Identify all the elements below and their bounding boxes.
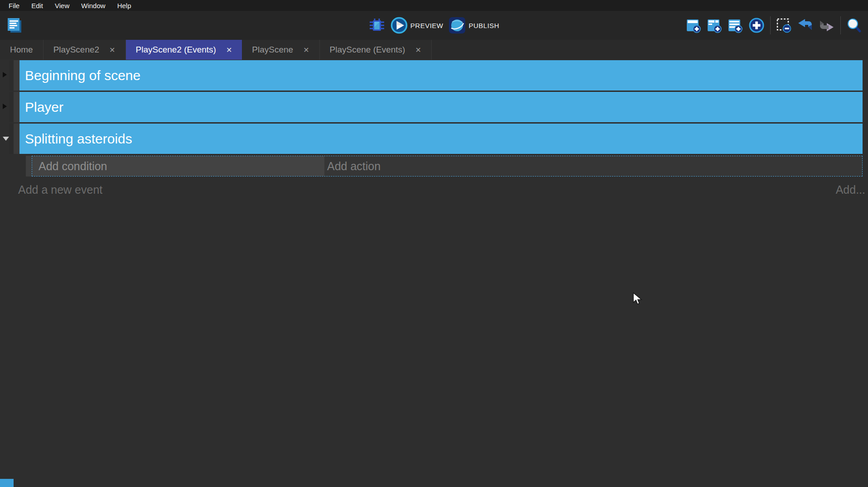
- add-comment-icon[interactable]: [728, 18, 743, 33]
- menu-file[interactable]: File: [3, 2, 25, 10]
- comment-text: Beginning of scene: [25, 68, 140, 83]
- add-subevent-icon[interactable]: [707, 18, 722, 33]
- project-manager-icon[interactable]: [5, 16, 24, 34]
- main-toolbar: PREVIEW PUBLISH: [0, 11, 868, 40]
- events-sheet: Beginning of scene Player Splitting aste…: [0, 60, 868, 196]
- globe-icon: [448, 17, 466, 34]
- editor-tab-bar: Home PlayScene2 ✕ PlayScene2 (Events) ✕ …: [0, 40, 868, 60]
- debug-icon[interactable]: [369, 17, 385, 33]
- menu-bar: File Edit View Window Help: [0, 0, 868, 11]
- preview-button[interactable]: PREVIEW: [391, 17, 444, 34]
- menu-view[interactable]: View: [49, 2, 75, 10]
- add-condition-label: Add condition: [39, 160, 107, 173]
- event-drag-handle[interactable]: [14, 92, 19, 122]
- tab-home[interactable]: Home: [0, 40, 43, 60]
- tab-bar-filler: [432, 40, 868, 60]
- bottom-left-panel-edge: [0, 479, 14, 487]
- close-icon[interactable]: ✕: [226, 46, 232, 54]
- chevron-down-icon[interactable]: [3, 137, 9, 141]
- chevron-right-icon[interactable]: [3, 72, 7, 77]
- comment-event[interactable]: Beginning of scene: [19, 60, 863, 91]
- toolbar-separator: [840, 16, 841, 34]
- event-gutter: [9, 124, 14, 154]
- add-circle-icon[interactable]: [748, 17, 765, 33]
- chevron-right-icon[interactable]: [3, 104, 7, 109]
- comment-event[interactable]: Player: [19, 92, 863, 122]
- play-icon: [391, 17, 408, 34]
- tab-label: PlayScene: [252, 45, 293, 55]
- event-drag-handle[interactable]: [14, 60, 19, 91]
- tab-label: PlayScene2: [53, 45, 99, 55]
- publish-button[interactable]: PUBLISH: [448, 17, 499, 34]
- add-action-label: Add action: [327, 160, 381, 173]
- close-icon[interactable]: ✕: [109, 46, 115, 54]
- event-gutter: [9, 60, 14, 91]
- event-drag-handle[interactable]: [26, 156, 32, 177]
- search-icon[interactable]: [846, 18, 862, 33]
- tab-playscene2[interactable]: PlayScene2 ✕: [43, 40, 126, 60]
- event-row: Splitting asteroids: [9, 124, 863, 154]
- publish-label: PUBLISH: [468, 22, 499, 29]
- event-drag-handle[interactable]: [14, 124, 19, 154]
- tab-playscene2-events[interactable]: PlayScene2 (Events) ✕: [126, 40, 242, 60]
- menu-window[interactable]: Window: [75, 2, 111, 10]
- add-new-event-button[interactable]: Add a new event: [18, 183, 102, 196]
- close-icon[interactable]: ✕: [303, 46, 309, 54]
- add-condition-button[interactable]: Add condition: [32, 156, 324, 176]
- comment-text: Player: [25, 100, 63, 115]
- tab-label: Home: [10, 45, 33, 55]
- redo-icon[interactable]: [819, 17, 835, 33]
- add-more-button[interactable]: Add...: [836, 183, 865, 196]
- add-event-icon[interactable]: [686, 18, 701, 33]
- event-gutter: [9, 92, 14, 122]
- tab-playscene-events[interactable]: PlayScene (Events) ✕: [320, 40, 432, 60]
- undo-icon[interactable]: [797, 17, 813, 33]
- close-icon[interactable]: ✕: [415, 46, 421, 54]
- mouse-cursor: [632, 292, 644, 305]
- event-row: Player: [9, 92, 863, 122]
- delete-selection-icon[interactable]: [776, 18, 791, 33]
- add-event-footer: Add a new event Add...: [18, 183, 865, 196]
- add-action-button[interactable]: Add action: [324, 156, 862, 176]
- tab-playscene[interactable]: PlayScene ✕: [242, 40, 319, 60]
- preview-label: PREVIEW: [410, 22, 444, 29]
- toolbar-separator: [770, 16, 771, 34]
- comment-event[interactable]: Splitting asteroids: [19, 124, 863, 154]
- menu-edit[interactable]: Edit: [25, 2, 49, 10]
- event-row: Beginning of scene: [9, 60, 863, 91]
- tab-label: PlayScene (Events): [330, 45, 405, 55]
- empty-event-row: Add condition Add action: [26, 156, 863, 177]
- comment-text: Splitting asteroids: [25, 131, 132, 147]
- selected-event-outline: Add condition Add action: [32, 156, 863, 177]
- menu-help[interactable]: Help: [111, 2, 137, 10]
- tab-label: PlayScene2 (Events): [136, 45, 216, 55]
